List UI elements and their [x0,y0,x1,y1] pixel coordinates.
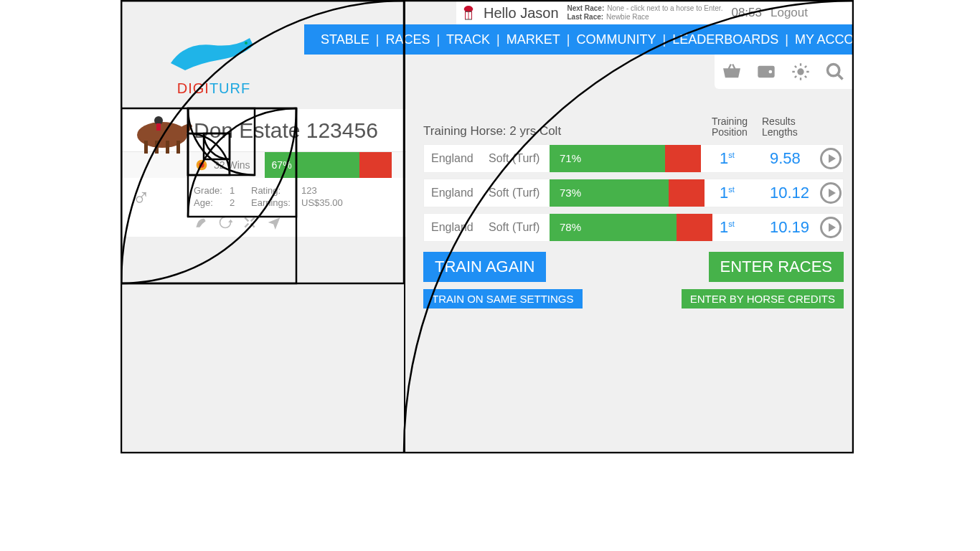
cell-length: 10.12 [763,184,820,202]
play-button[interactable] [820,182,842,204]
nav-my-account[interactable]: MY ACCOUNT [788,32,887,47]
cell-length: 10.19 [763,218,820,237]
topbar: Hello Jason Next Race:None - click next … [456,1,852,24]
main-nav: STABLE|RACES|TRACK|MARKET|COMMUNITY|LEAD… [304,24,852,55]
training-row: EnglandSoft (Turf)78%1st10.19 [423,213,844,242]
cell-country: England [424,187,481,199]
horse-logo-icon [164,27,264,77]
cell-country: England [424,152,481,165]
training-title: Training Horse: 2 yrs Colt [423,124,561,138]
training-row: EnglandSoft (Turf)73%1st10.12 [423,179,844,207]
cell-position: 1st [712,184,763,202]
male-icon: ♂ [132,184,151,212]
play-button[interactable] [820,148,842,169]
nav-leaderboards[interactable]: LEADERBOARDS [666,32,785,47]
nav-stable[interactable]: STABLE [314,32,376,47]
svg-rect-13 [156,123,161,131]
play-button[interactable] [820,217,842,238]
svg-rect-10 [166,141,169,154]
wins-label: 32 Wins [214,159,250,171]
refresh-icon[interactable] [218,215,232,230]
svg-point-15 [199,162,204,167]
logo: DIGITURF [135,27,293,97]
cell-progress: 73% [550,179,712,207]
nav-races[interactable]: RACES [379,32,436,47]
tools-icon[interactable] [242,215,257,230]
golden-divider [404,0,405,453]
svg-point-5 [797,68,804,75]
send-icon[interactable] [267,215,281,230]
svg-point-6 [828,65,839,76]
svg-rect-11 [176,141,180,154]
cell-progress: 71% [550,145,712,172]
search-icon[interactable] [825,62,845,82]
enter-races-button[interactable]: ENTER RACES [709,252,844,282]
train-again-button[interactable]: TRAIN AGAIN [423,252,546,282]
cell-length: 9.58 [763,149,820,168]
greeting: Hello Jason [484,5,559,22]
training-panel: Training Horse: 2 yrs Colt TrainingPosit… [423,116,844,309]
svg-point-2 [245,42,248,44]
cell-going: Soft (Turf) [481,152,550,165]
train-same-button[interactable]: TRAIN ON SAME SETTINGS [423,289,583,309]
app-frame: Hello Jason Next Race:None - click next … [121,0,854,453]
cell-position: 1st [712,149,763,168]
cell-country: England [424,221,481,234]
enter-credits-button[interactable]: ENTER BY HORSE CREDITS [682,289,844,309]
cell-going: Soft (Turf) [481,187,550,199]
wreath-icon [194,157,209,173]
cell-going: Soft (Turf) [481,221,550,234]
svg-rect-8 [144,141,148,154]
logout-link[interactable]: Logout [771,6,808,20]
horse-avatar [126,106,198,156]
col-results: ResultsLengths [762,116,819,138]
svg-point-4 [769,70,773,74]
nav-market[interactable]: MARKET [500,32,567,47]
svg-rect-9 [155,141,159,154]
horse-head-icon[interactable] [194,215,208,230]
col-position: TrainingPosition [712,116,762,138]
jockey-icon [462,5,475,21]
cell-position: 1st [712,218,763,237]
utility-bar [715,55,852,89]
clock: 08:53 [731,6,762,20]
condition-bar: 67% [265,152,406,178]
basket-icon[interactable] [722,62,742,82]
race-info: Next Race:None - click next to a horse t… [567,4,723,22]
nav-track[interactable]: TRACK [440,32,496,47]
cell-progress: 78% [550,214,712,241]
training-row: EnglandSoft (Turf)71%1st9.58 [423,144,844,173]
horse-stats: ♂ Grade:1Rating:123 Age:2Earnings:US$35.… [122,178,406,237]
nav-help[interactable]: HELP [890,32,937,47]
wallet-icon[interactable] [756,62,776,82]
sun-icon[interactable] [791,62,811,82]
nav-community[interactable]: COMMUNITY [570,32,663,47]
